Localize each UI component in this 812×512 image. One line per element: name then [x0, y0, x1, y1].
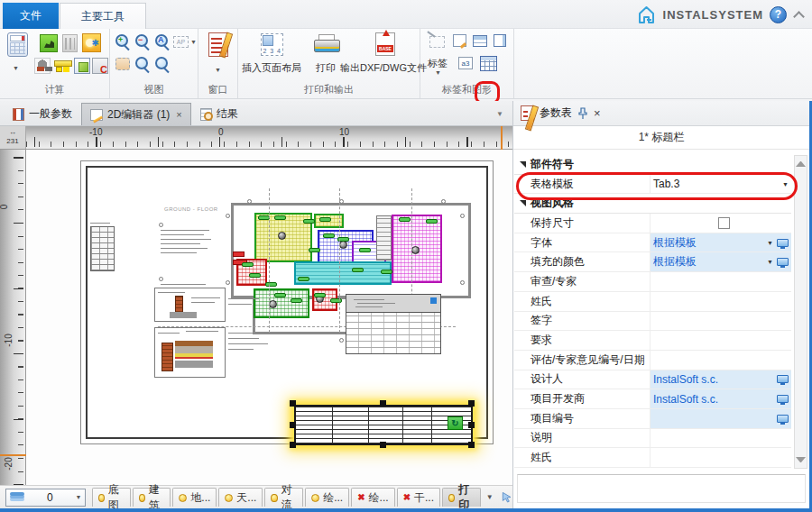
layer-tab-building[interactable]: 建筑 — [133, 488, 171, 507]
zoom-dropdown-icon[interactable]: ▼ — [190, 39, 197, 45]
dropdown-icon[interactable]: ▼ — [767, 259, 773, 265]
window-dropdown-icon[interactable]: ▼ — [215, 67, 221, 73]
zoom-sheet-icon[interactable] — [155, 57, 171, 72]
print-button[interactable]: 打印 — [316, 61, 336, 75]
zoom-in-icon[interactable]: + — [115, 34, 131, 50]
panel-description-box — [517, 474, 806, 503]
property-row-opinion-no-date[interactable]: 评估/专家意见编号/日期 — [514, 351, 791, 370]
property-row-surname-2[interactable]: 姓氏 — [514, 448, 791, 468]
export-dxf-icon[interactable] — [375, 32, 395, 56]
property-row-designer[interactable]: 设计人 InstalSoft s.c. — [514, 370, 791, 390]
layer-tab-dry[interactable]: ✖干... — [397, 488, 440, 507]
doctab-2d-editor[interactable]: 2D编辑器 (1) × — [81, 103, 191, 125]
settings-calc-icon[interactable] — [34, 58, 51, 74]
expander-icon[interactable] — [520, 161, 526, 168]
pan-hand-icon[interactable] — [115, 58, 130, 70]
property-row-table-template[interactable]: 表格模板 Tab.3▼ — [514, 175, 791, 195]
property-row-review-expert[interactable]: 审查/专家 — [514, 272, 791, 292]
property-row-font[interactable]: 字体 根据模板▼ — [514, 233, 791, 253]
heating-cooling-icon[interactable] — [82, 33, 101, 52]
keep-size-checkbox[interactable] — [718, 217, 730, 229]
calculate-icon[interactable] — [7, 32, 28, 57]
print-icon[interactable] — [314, 34, 338, 54]
rotate-handle-icon[interactable]: ↻ — [448, 416, 463, 430]
property-row-keep-size[interactable]: 保持尺寸 — [514, 214, 791, 233]
drawing-canvas[interactable]: GROUND - FLOOR — [26, 150, 512, 485]
monitor-icon[interactable] — [777, 415, 789, 423]
close-doc-tab-icon[interactable]: × — [176, 109, 181, 120]
layer-tab-draw2[interactable]: ✖绘... — [351, 488, 394, 507]
layer-tab-floor[interactable]: 地... — [172, 488, 217, 507]
doctab-general-params[interactable]: 一般参数 — [4, 103, 81, 125]
insert-page-layout-icon[interactable] — [261, 33, 283, 56]
expander-icon[interactable] — [520, 200, 526, 206]
layer-tabs-overflow-icon[interactable]: ▼ — [486, 493, 494, 501]
layer-tab-print[interactable]: 打印 — [442, 488, 481, 507]
title-table-button[interactable] — [480, 56, 497, 71]
bulb-icon — [179, 494, 187, 502]
calc-clear-icon[interactable] — [92, 58, 108, 74]
table-column-icon[interactable] — [494, 34, 506, 47]
property-row-requirement[interactable]: 要求 — [514, 331, 791, 351]
monitor-icon[interactable] — [777, 258, 789, 266]
table-list-icon[interactable] — [473, 35, 487, 47]
a3-format-button[interactable]: a3 — [458, 57, 473, 69]
property-row-signature[interactable]: 签字 — [514, 312, 791, 332]
bulb-icon — [139, 494, 145, 502]
pin-icon[interactable] — [577, 107, 588, 120]
section-header-part-symbol[interactable]: 部件符号 — [514, 155, 791, 175]
pointer-tool-icon[interactable] — [501, 489, 512, 505]
leader-label-icon — [429, 36, 445, 48]
zoom-all-icon[interactable]: A — [155, 34, 171, 50]
layer-tab-convection[interactable]: 对流 — [264, 488, 303, 507]
insert-page-layout-button[interactable]: 插入页面布局 — [242, 61, 301, 75]
panel-tab-label[interactable]: 参数表 — [540, 105, 572, 121]
calc-dropdown-icon[interactable]: ▼ — [13, 65, 19, 71]
property-row-project-number[interactable]: 项目编号 — [514, 409, 791, 429]
dropdown-icon[interactable]: ▼ — [782, 181, 789, 187]
monitor-icon[interactable] — [777, 239, 789, 247]
doctab-results[interactable]: 结果 — [191, 103, 247, 125]
property-row-developer[interactable]: 项目开发商 InstalSoft s.c. — [514, 389, 791, 409]
site-plan-icon[interactable] — [40, 34, 58, 52]
layer-tab-ceiling[interactable]: 天... — [218, 488, 263, 507]
zoom-window-icon[interactable] — [135, 57, 151, 72]
panel-close-icon[interactable]: × — [594, 106, 601, 120]
property-row-description[interactable]: 说明 — [514, 429, 791, 449]
edit-table-icon[interactable] — [453, 34, 466, 47]
selection-handle[interactable] — [290, 442, 296, 448]
export-dxf-button[interactable]: 输出DXF/DWG文件 — [340, 61, 427, 75]
section-header-view-style[interactable]: 视图风格 — [514, 194, 791, 214]
panel-scrollbar[interactable] — [794, 155, 807, 469]
title-block-selected[interactable]: ↻ — [294, 405, 473, 445]
tag-button[interactable]: 标签 — [428, 57, 448, 70]
tag-dropdown-icon[interactable]: ▼ — [435, 69, 441, 76]
monitor-icon[interactable] — [777, 375, 789, 383]
layer-combo-dropdown-icon[interactable]: ▼ — [76, 494, 82, 500]
scroll-down-icon[interactable] — [796, 457, 806, 462]
pipes-icon[interactable] — [54, 58, 70, 74]
property-row-fill-color[interactable]: 填充的颜色 根据模板▼ — [514, 252, 791, 272]
zoom-out-icon[interactable]: − — [135, 34, 151, 50]
monitor-icon[interactable] — [777, 395, 789, 403]
worksheet-icon[interactable] — [208, 32, 228, 57]
layer-tab-draw1[interactable]: 绘... — [305, 488, 349, 507]
tab-file[interactable]: 文件 — [3, 3, 59, 29]
dropdown-icon[interactable]: ▼ — [767, 240, 773, 246]
scroll-up-icon[interactable] — [796, 161, 806, 167]
selection-handle[interactable] — [290, 422, 296, 428]
selection-handle[interactable] — [380, 442, 386, 448]
selection-handle[interactable] — [468, 422, 475, 428]
property-row-surname[interactable]: 姓氏 — [514, 292, 791, 312]
calc-sheet-icon[interactable] — [74, 58, 90, 74]
help-icon[interactable]: ? — [770, 6, 787, 23]
layer-tab-base[interactable]: 底图 — [92, 488, 131, 507]
tab-main-tools[interactable]: 主要工具 — [60, 3, 146, 29]
selection-handle[interactable] — [290, 400, 296, 407]
selection-handle[interactable] — [468, 442, 475, 448]
selection-handle[interactable] — [468, 400, 475, 407]
layer-combo[interactable]: 0 ▼ — [5, 489, 86, 507]
selection-handle[interactable] — [380, 400, 386, 407]
doctab-overflow-icon[interactable]: ▼ — [496, 110, 503, 118]
collapse-ribbon-icon[interactable] — [793, 11, 805, 23]
